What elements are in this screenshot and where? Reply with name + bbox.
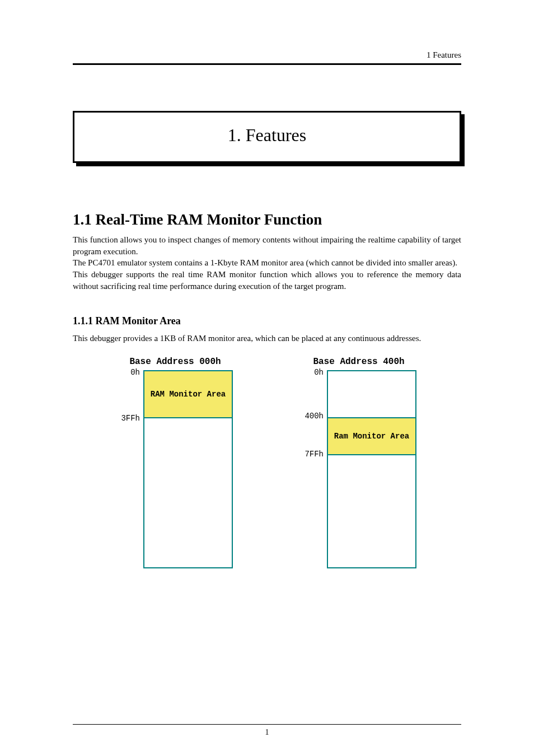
diagram-base-000h: Base Address 000h 0h 3FFh RAM Monitor Ar… bbox=[111, 357, 240, 572]
diagram-title: Base Address 000h bbox=[111, 357, 240, 367]
diagram-row: Base Address 000h 0h 3FFh RAM Monitor Ar… bbox=[73, 357, 461, 572]
page-number: 1 bbox=[0, 728, 534, 737]
memory-box: Ram Monitor Area bbox=[327, 370, 416, 568]
addr-label: 0h bbox=[111, 368, 140, 377]
addr-label: 7FFh bbox=[294, 450, 324, 459]
header-rule bbox=[73, 63, 461, 65]
addr-label: 3FFh bbox=[111, 414, 140, 423]
header-right: 1 Features bbox=[73, 50, 461, 60]
addr-label: 400h bbox=[294, 412, 324, 421]
chapter-title-box: 1. Features bbox=[73, 111, 461, 163]
ram-monitor-area: RAM Monitor Area bbox=[144, 371, 232, 418]
section-para: The PC4701 emulator system contains a 1-… bbox=[73, 257, 461, 269]
subsection-title: 1.1.1 RAM Monitor Area bbox=[73, 315, 461, 327]
memory-box: RAM Monitor Area bbox=[143, 370, 233, 568]
chapter-title: 1. Features bbox=[228, 125, 306, 145]
section-para: This debugger supports the real time RAM… bbox=[73, 269, 461, 292]
page: 1 Features 1. Features 1.1 Real-Time RAM… bbox=[0, 0, 534, 756]
addr-label: 0h bbox=[294, 368, 324, 377]
diagram-title: Base Address 400h bbox=[294, 357, 423, 367]
diagram-base-400h: Base Address 400h 0h 400h 7FFh Ram Monit… bbox=[294, 357, 423, 572]
footer-rule bbox=[73, 724, 461, 725]
ram-monitor-area: Ram Monitor Area bbox=[328, 417, 415, 455]
section-title: 1.1 Real-Time RAM Monitor Function bbox=[73, 211, 461, 228]
section-para: This function allows you to inspect chan… bbox=[73, 234, 461, 257]
subsection-para: This debugger provides a 1KB of RAM moni… bbox=[73, 333, 461, 344]
